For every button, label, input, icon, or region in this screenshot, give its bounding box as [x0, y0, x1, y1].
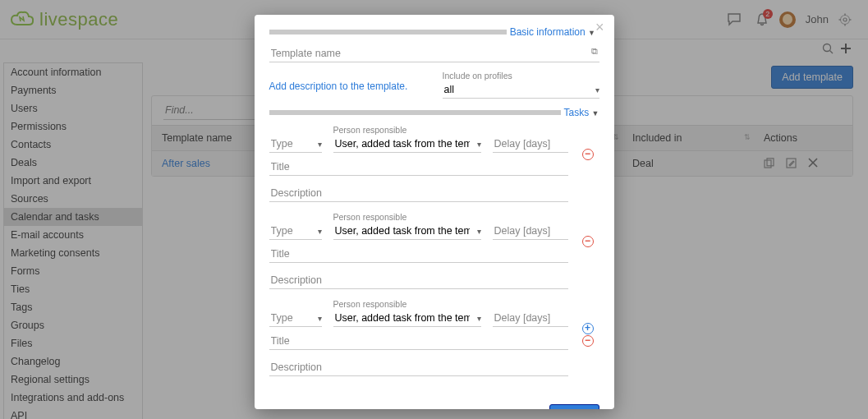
remove-task-icon[interactable]: − [582, 236, 594, 247]
task-type-select[interactable] [269, 309, 322, 327]
task-type-select[interactable] [269, 135, 322, 153]
task-block: Person responsible − [269, 212, 599, 297]
remove-task-icon[interactable]: − [582, 335, 594, 347]
add-template-dialog: × Basic information ▼ ⧉ Add description … [255, 15, 614, 409]
task-title-input[interactable] [269, 332, 568, 350]
include-select[interactable] [443, 81, 599, 99]
chevron-down-icon: ▼ [588, 29, 595, 37]
task-block: Person responsible − [269, 125, 599, 210]
close-icon[interactable]: × [595, 21, 604, 33]
add-task-icon[interactable]: + [582, 323, 594, 334]
task-block: Person responsible + − [269, 299, 599, 384]
task-type-select[interactable] [269, 222, 322, 240]
delay-input[interactable] [493, 309, 568, 327]
add-button[interactable]: Add [549, 404, 599, 409]
chevron-down-icon: ▼ [592, 109, 599, 117]
person-responsible-label: Person responsible [333, 125, 481, 135]
include-label: Include on profiles [443, 71, 599, 81]
template-name-input[interactable] [269, 44, 599, 62]
section-tasks-header[interactable]: Tasks ▼ [564, 107, 599, 118]
delay-input[interactable] [493, 222, 568, 240]
task-description-input[interactable] [269, 358, 568, 376]
person-responsible-select[interactable] [333, 135, 481, 153]
task-title-input[interactable] [269, 158, 568, 176]
task-title-input[interactable] [269, 245, 568, 263]
person-responsible-select[interactable] [333, 309, 481, 327]
insert-variable-icon[interactable]: ⧉ [591, 46, 598, 57]
task-description-input[interactable] [269, 271, 568, 289]
section-basic-header[interactable]: Basic information ▼ [510, 26, 595, 38]
delay-input[interactable] [493, 135, 568, 153]
modal-overlay: × Basic information ▼ ⧉ Add description … [0, 0, 868, 419]
person-responsible-label: Person responsible [333, 212, 481, 222]
person-responsible-select[interactable] [333, 222, 481, 240]
person-responsible-label: Person responsible [333, 299, 481, 309]
task-description-input[interactable] [269, 184, 568, 202]
remove-task-icon[interactable]: − [582, 149, 594, 160]
add-description-link[interactable]: Add description to the template. [269, 81, 408, 92]
